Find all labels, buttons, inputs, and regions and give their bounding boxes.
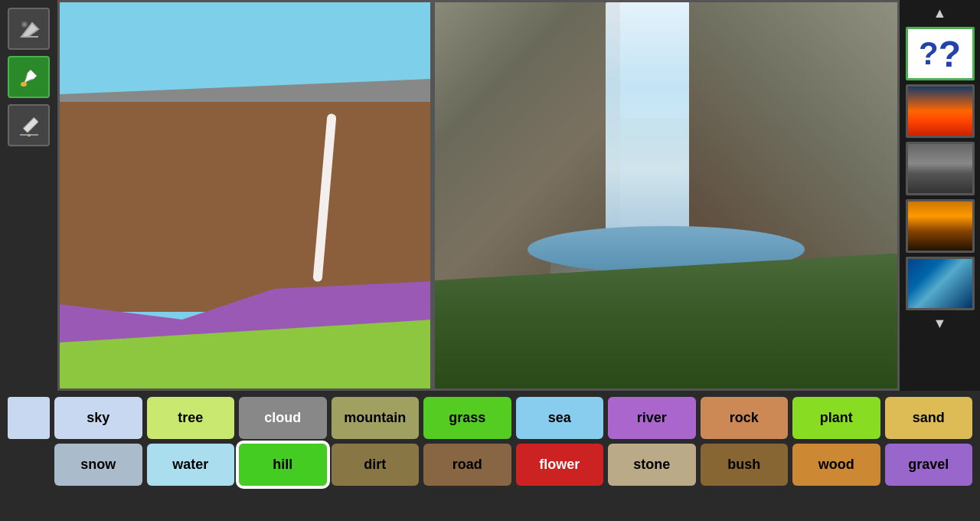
- reference-photo: [433, 0, 900, 391]
- scroll-up-btn[interactable]: ▲: [932, 4, 949, 23]
- label-river[interactable]: river: [608, 397, 696, 439]
- label-wood[interactable]: wood: [792, 444, 880, 486]
- label-road[interactable]: road: [423, 444, 511, 486]
- thumbnail-warmsky[interactable]: [906, 199, 975, 253]
- brush-tool[interactable]: [8, 56, 50, 98]
- svg-point-2: [21, 82, 27, 87]
- labels-row-2: snow water hill dirt road flower stone b…: [8, 444, 972, 486]
- labels-row-1: sky tree cloud mountain grass sea river …: [8, 397, 972, 439]
- scroll-down-btn[interactable]: ▼: [932, 314, 949, 333]
- svg-rect-3: [23, 117, 38, 133]
- thumbnail-sunset[interactable]: [906, 84, 975, 138]
- label-rock[interactable]: rock: [701, 397, 789, 439]
- label-dirt[interactable]: dirt: [332, 444, 420, 486]
- main-area: ▲ ? ▼: [0, 0, 980, 391]
- label-flower[interactable]: flower: [516, 444, 604, 486]
- toolbar: [0, 0, 57, 391]
- thumbnail-storm[interactable]: [906, 142, 975, 195]
- label-sand[interactable]: sand: [885, 397, 973, 439]
- label-bush[interactable]: bush: [701, 444, 789, 486]
- label-gravel[interactable]: gravel: [885, 444, 973, 486]
- drawing-canvas[interactable]: [57, 0, 433, 391]
- thumbnails-panel: ▲ ? ▼: [900, 0, 980, 391]
- label-snow[interactable]: snow: [54, 444, 142, 486]
- label-mountain[interactable]: mountain: [332, 397, 420, 439]
- label-tree[interactable]: tree: [147, 397, 235, 439]
- label-sky[interactable]: sky: [54, 397, 142, 439]
- brown-layer: [60, 102, 430, 312]
- pencil-tool[interactable]: [8, 104, 50, 146]
- label-stone[interactable]: stone: [608, 444, 696, 486]
- photo-content: [435, 2, 897, 388]
- eraser-tool[interactable]: [8, 8, 50, 50]
- label-water[interactable]: water: [147, 444, 235, 486]
- label-plant[interactable]: plant: [792, 397, 880, 439]
- label-grass[interactable]: grass: [423, 397, 511, 439]
- active-color-swatch: [8, 397, 50, 439]
- thumbnail-wave[interactable]: [906, 257, 975, 310]
- labels-area: sky tree cloud mountain grass sea river …: [0, 391, 980, 521]
- thumbnail-dice[interactable]: ?: [906, 27, 975, 80]
- label-sea[interactable]: sea: [516, 397, 604, 439]
- drawing-content: [60, 2, 430, 388]
- label-hill[interactable]: hill: [239, 444, 327, 486]
- label-cloud[interactable]: cloud: [239, 397, 327, 439]
